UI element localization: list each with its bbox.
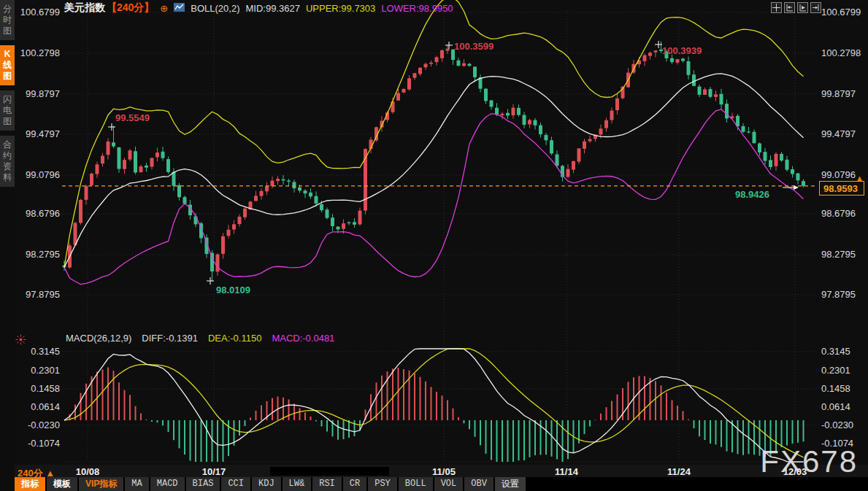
- candle-body: [232, 224, 236, 229]
- menu-button-VIP指标[interactable]: VIP指标: [79, 477, 125, 491]
- y-axis-label-left: 99.8797: [26, 88, 60, 99]
- pan-icon[interactable]: [771, 2, 782, 13]
- shift-right-icon[interactable]: [810, 2, 821, 13]
- menu-button-MACD[interactable]: MACD: [150, 477, 186, 491]
- candle-body: [654, 50, 658, 52]
- candle-body: [692, 74, 696, 86]
- macd-axis-label-right: -0.0230: [821, 420, 853, 430]
- candle-body: [243, 209, 247, 217]
- y-axis-label-left: 97.8795: [26, 289, 60, 300]
- candle-body: [802, 181, 805, 186]
- chart-canvas[interactable]: 100.6799100.6799100.2798100.279899.87979…: [0, 0, 868, 491]
- candle-body: [282, 179, 285, 181]
- indicator-menu-bar: 指标模板VIP指标MAMACDBIASCCIKDJLW&RSICRPSYBOLL…: [15, 477, 868, 491]
- candle-body: [238, 217, 242, 224]
- sidebar-tab-1[interactable]: 分 时 图: [0, 0, 15, 40]
- compress-x-icon[interactable]: [784, 2, 795, 13]
- candle-body: [703, 89, 707, 95]
- sidebar-tab-3[interactable]: 闪 电 图: [0, 90, 15, 131]
- candle-body: [221, 236, 225, 254]
- menu-button-BIAS[interactable]: BIAS: [186, 477, 222, 491]
- candle-body: [396, 93, 400, 101]
- candle-body: [566, 169, 570, 177]
- menu-button-指标[interactable]: 指标: [15, 477, 47, 491]
- candle-body: [599, 128, 603, 134]
- candle-body: [298, 187, 302, 190]
- candle-body: [468, 64, 472, 66]
- menu-button-设置[interactable]: 设置: [495, 477, 527, 491]
- candle-body: [786, 160, 789, 170]
- candle-body: [742, 126, 745, 132]
- candle-body: [457, 61, 461, 66]
- menu-button-PSY[interactable]: PSY: [368, 477, 399, 491]
- candle-body: [512, 108, 515, 115]
- candle-body: [424, 64, 428, 68]
- macd-dea-line: [64, 349, 804, 457]
- expand-x-icon[interactable]: [797, 2, 808, 13]
- candle-body: [583, 142, 586, 149]
- menu-button-CCI[interactable]: CCI: [221, 477, 252, 491]
- macd-axis-label-right: 0.1458: [821, 383, 850, 394]
- candle-body: [260, 191, 264, 196]
- macd-axis-label-right: 0.3145: [821, 346, 850, 357]
- candle-body: [145, 166, 148, 168]
- chart-header: 美元指数【240分】 ⊕ BOLL(20,2) MID:99.3627 UPPE…: [64, 1, 453, 15]
- menu-button-VOL[interactable]: VOL: [434, 477, 465, 491]
- menu-button-OBV[interactable]: OBV: [464, 477, 495, 491]
- candle-body: [309, 193, 312, 196]
- indicator-settings-icon[interactable]: [15, 334, 26, 348]
- macd-axis-label-left: -0.1074: [28, 438, 60, 449]
- candle-body: [725, 104, 729, 118]
- y-axis-label-left: 99.4797: [26, 128, 60, 139]
- y-axis-label-left: 100.2798: [20, 47, 60, 58]
- y-axis-label-right: 99.8797: [821, 88, 856, 99]
- macd-axis-label-right: -0.1074: [821, 438, 853, 449]
- candle-body: [304, 190, 307, 193]
- boll-upper-value: UPPER:99.7303: [306, 3, 375, 14]
- candle-body: [265, 186, 269, 191]
- menu-button-LW&[interactable]: LW&: [283, 477, 313, 491]
- macd-axis-label-left: 0.1458: [31, 383, 60, 394]
- macd-axis-label-left: 0.0614: [31, 401, 60, 412]
- candle-body: [85, 186, 88, 200]
- y-axis-label-right: 98.6796: [821, 208, 856, 219]
- menu-button-BOLL[interactable]: BOLL: [399, 477, 434, 491]
- boll-upper-line: [64, 0, 804, 267]
- candle-body: [698, 87, 702, 95]
- mini-chart-icon[interactable]: [174, 3, 185, 14]
- candle-body: [326, 209, 329, 218]
- candle-body: [216, 255, 220, 272]
- date-scrollbar[interactable]: [270, 467, 389, 476]
- candle-body: [172, 172, 176, 186]
- candle-body: [271, 181, 274, 187]
- candle-body: [588, 139, 592, 142]
- candle-body: [402, 89, 406, 93]
- candle-body: [96, 164, 99, 174]
- sidebar-tab-4[interactable]: 合 约 资 料: [0, 136, 15, 187]
- candle-body: [462, 63, 466, 66]
- candle-body: [681, 58, 685, 61]
- candle-body: [539, 125, 542, 134]
- menu-button-CR[interactable]: CR: [343, 477, 368, 491]
- sidebar-tab-2[interactable]: K 线 图: [0, 45, 15, 85]
- candle-body: [101, 156, 104, 164]
- menu-button-KDJ[interactable]: KDJ: [252, 477, 283, 491]
- price-up-arrow-icon: ▲: [856, 174, 864, 182]
- candle-body: [523, 115, 526, 125]
- plus-circle-icon[interactable]: ⊕: [160, 3, 168, 14]
- boll-params-label: BOLL(20,2): [191, 3, 239, 14]
- candle-body: [254, 196, 258, 201]
- menu-button-RSI[interactable]: RSI: [312, 477, 343, 491]
- boll-lower-line: [64, 109, 804, 285]
- candle-body: [118, 147, 121, 169]
- candle-body: [79, 200, 82, 223]
- candle-body: [347, 223, 351, 223]
- date-label: 10/17: [202, 466, 226, 477]
- left-tab-strip: 分 时 图K 线 图闪 电 图合 约 资 料: [0, 0, 15, 491]
- macd-axis-label-right: 0.2301: [821, 365, 850, 376]
- candle-body: [709, 89, 713, 97]
- price-annotation: 100.3599: [454, 41, 493, 52]
- candle-body: [177, 185, 181, 197]
- menu-button-MA[interactable]: MA: [125, 477, 150, 491]
- menu-button-模板[interactable]: 模板: [47, 477, 79, 491]
